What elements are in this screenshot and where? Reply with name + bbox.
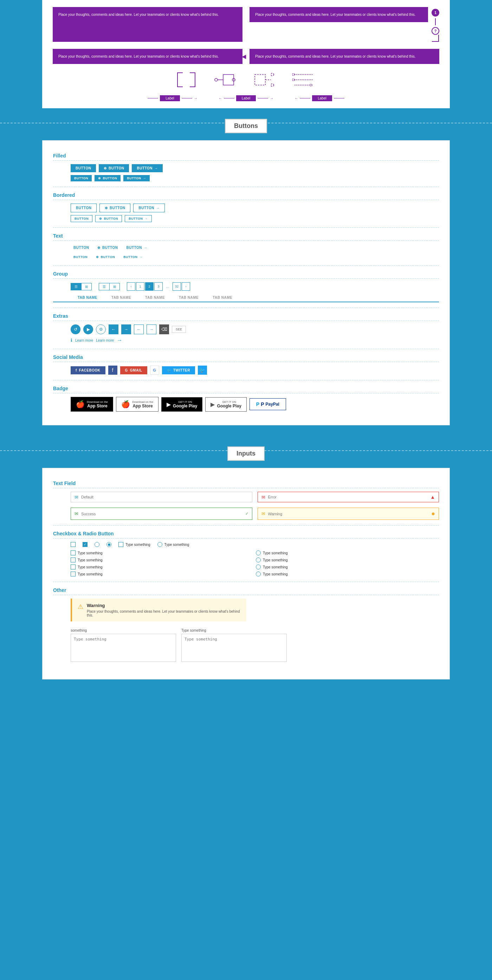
checkbox-item-4[interactable]: Type something (71, 571, 254, 576)
radio-item-4[interactable]: Type something (256, 571, 439, 576)
svg-point-12 (310, 84, 312, 86)
checkbox-checked[interactable] (83, 542, 87, 547)
default-input[interactable] (81, 495, 248, 499)
extra-btn-left-b[interactable]: ← (134, 325, 144, 334)
page-32[interactable]: 32 (173, 282, 181, 291)
text-btn-3[interactable]: BUTTON → (123, 244, 150, 251)
extras-row-1: ↺ ▶ ⚙ ← → ← → ⌫ SEE (53, 325, 439, 334)
bordered-btn-small-1[interactable]: BUTTON (71, 215, 92, 222)
bordered-btn-1[interactable]: BUTTON (71, 204, 97, 212)
twitter-full-btn[interactable]: 🐦 TWITTER (162, 366, 195, 374)
filled-btn-small-3[interactable]: BUTTON → (123, 175, 150, 181)
filled-btn-small-1[interactable]: BUTTON (71, 175, 92, 181)
bordered-btn-small-3[interactable]: BUTTON → (125, 215, 152, 222)
appstore-dark-btn[interactable]: 🍎 Download on the App Store (71, 397, 113, 412)
filled-btn-2[interactable]: ⊕ BUTTON (99, 164, 129, 172)
twitter-icon: 🐦 (167, 368, 171, 372)
radio-unchecked[interactable] (95, 542, 100, 547)
extra-btn-play[interactable]: ▶ (83, 325, 93, 334)
toggle-btn-2a[interactable]: ☰ (99, 283, 110, 290)
page-prev[interactable]: ‹ (127, 282, 135, 291)
page-next[interactable]: › (182, 282, 190, 291)
tab-3[interactable]: TAB NAME (138, 294, 172, 302)
callout-box-2-area: Place your thoughts, comments and ideas … (249, 7, 439, 42)
extra-btn-refresh[interactable]: ↺ (71, 325, 81, 334)
page-2[interactable]: 2 (145, 282, 154, 291)
extra-btn-right[interactable]: → (121, 325, 131, 334)
badge-row: 🍎 Download on the App Store 🍎 Download o… (53, 397, 439, 412)
toggle-btn-grid[interactable]: ⊞ (81, 283, 91, 290)
learn-more-link-2[interactable]: Learn more (96, 339, 114, 342)
bordered-btn-2[interactable]: ⊕ BUTTON (100, 204, 130, 212)
checkbox-item-inline-1[interactable]: Type something (118, 542, 151, 547)
badge-title: Badge (53, 386, 439, 393)
success-input[interactable] (81, 512, 243, 516)
dashed-shape-1 (253, 71, 278, 90)
textarea-input-2[interactable] (181, 634, 287, 662)
text-btn-small-3[interactable]: BUTTON → (121, 254, 146, 260)
googleplay-light-btn[interactable]: ▶ GET IT ON Google Play (205, 397, 246, 412)
filled-btn-3[interactable]: BUTTON → (132, 164, 163, 172)
textarea-input-1[interactable] (71, 634, 176, 662)
filled-row-1: BUTTON ⊕ BUTTON BUTTON → (53, 164, 439, 172)
toggle-btn-2b[interactable]: ⊞ (110, 283, 119, 290)
extra-btn-left[interactable]: ← (109, 325, 118, 334)
extra-btn-right-b[interactable]: → (146, 325, 156, 334)
filled-btn-small-2[interactable]: ⊕ BUTTON (95, 175, 121, 181)
tab-5[interactable]: TAB NAME (206, 294, 239, 302)
checkbox-item-2[interactable]: Type something (71, 557, 254, 562)
learn-more-link-1[interactable]: Learn more (75, 339, 93, 342)
checkbox-5[interactable] (118, 542, 123, 547)
plus-icon-sm: ⊕ (98, 177, 101, 180)
paypal-btn[interactable]: P P PayPal (249, 398, 286, 410)
googleplay-dark-btn[interactable]: ▶ GET IT ON Google Play (161, 397, 202, 412)
error-input[interactable] (268, 495, 428, 499)
checkbox-item-3[interactable]: Type something (71, 565, 254, 570)
facebook-full-btn[interactable]: f FACEBOOK (71, 366, 105, 374)
chk-1[interactable] (71, 550, 76, 555)
extra-btn-del[interactable]: ⌫ (159, 325, 169, 334)
google-icon-btn[interactable]: G (150, 366, 159, 375)
bordered-btn-small-2[interactable]: ⊕ BUTTON (95, 215, 122, 222)
chk-4[interactable] (71, 571, 76, 576)
checkbox-item-1[interactable]: Type something (71, 550, 254, 555)
label-connector-1: Label → (148, 95, 197, 101)
tab-4[interactable]: TAB NAME (172, 294, 206, 302)
text-btn-2[interactable]: ⊕ BUTTON (95, 244, 121, 251)
filled-btn-1[interactable]: BUTTON (71, 164, 96, 172)
gmail-full-btn[interactable]: G GMAIL (120, 366, 147, 374)
chk-2[interactable] (71, 557, 76, 562)
rad-2[interactable] (256, 557, 261, 562)
radio-checked[interactable] (106, 542, 111, 547)
text-btn-small-1[interactable]: BUTTON (71, 254, 90, 260)
text-btn-1[interactable]: BUTTON (71, 244, 92, 251)
radio-item-inline-1[interactable]: Type something (157, 542, 189, 547)
twitter-icon-btn[interactable]: 🐦 (198, 366, 207, 375)
rad-4[interactable] (256, 571, 261, 576)
checkbox-unchecked[interactable] (71, 542, 76, 547)
warning-input[interactable] (268, 512, 429, 516)
text-btn-small-2[interactable]: ⊕ BUTTON (93, 254, 118, 260)
chk-3[interactable] (71, 565, 76, 570)
bordered-btn-3[interactable]: BUTTON → (133, 204, 165, 212)
toggle-group-1: ☰ ⊞ (71, 283, 92, 290)
tab-2[interactable]: TAB NAME (105, 294, 138, 302)
toggle-btn-icon[interactable]: ☰ (71, 283, 81, 290)
plus-icon-t: ⊕ (97, 246, 100, 250)
radio-item-3[interactable]: Type something (256, 565, 439, 570)
rad-1[interactable] (256, 550, 261, 555)
tab-1[interactable]: TAB NAME (71, 294, 105, 302)
page-3[interactable]: 3 (154, 282, 163, 291)
radio-item-2[interactable]: Type something (256, 557, 439, 562)
facebook-icon-btn[interactable]: f (108, 366, 117, 375)
rad-3[interactable] (256, 565, 261, 570)
radio-item-1[interactable]: Type something (256, 550, 439, 555)
appstore-light-btn[interactable]: 🍎 Download on the App Store (116, 397, 159, 412)
warning-box: ⚠ Warning Place your thoughts, comments … (71, 599, 246, 622)
warning-dot-icon: ● (431, 510, 435, 517)
radio-5[interactable] (157, 542, 162, 547)
extra-btn-see[interactable]: SEE (172, 326, 186, 333)
page-1[interactable]: 1 (136, 282, 144, 291)
pagination: ‹ 1 2 3 … 32 › (127, 282, 190, 291)
extra-btn-settings[interactable]: ⚙ (96, 325, 106, 334)
